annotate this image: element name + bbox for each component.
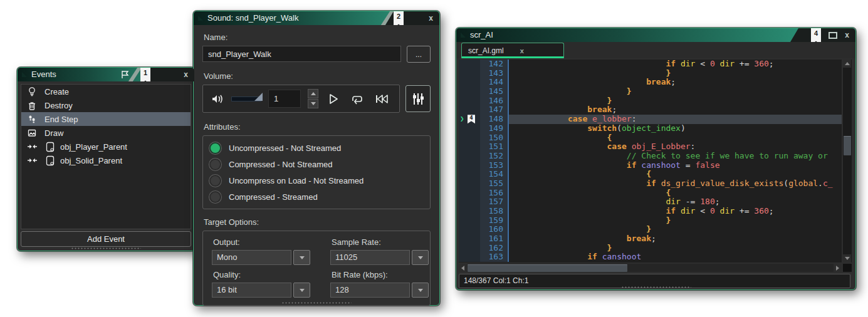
- browse-button[interactable]: ...: [407, 46, 431, 63]
- gutter-margin[interactable]: [459, 161, 480, 170]
- scroll-up-button[interactable]: [843, 60, 851, 68]
- code-text[interactable]: case e_lobber:: [509, 115, 842, 124]
- radio-button[interactable]: [209, 175, 221, 187]
- dropdown-value[interactable]: 11025: [330, 250, 410, 265]
- code-line-155[interactable]: 155 if ds_grid_value_disk_exists(global.…: [459, 179, 842, 189]
- gutter-margin[interactable]: [459, 133, 480, 143]
- event-row-draw[interactable]: Draw: [21, 126, 191, 140]
- collapse-icon[interactable]: [198, 16, 203, 21]
- gutter-margin[interactable]: ❯4: [459, 115, 480, 124]
- mixer-button[interactable]: [405, 85, 431, 112]
- code-line-142[interactable]: 142 if dir < 0 dir += 360;: [459, 60, 842, 69]
- code-text[interactable]: }: [509, 96, 842, 106]
- code-line-154[interactable]: 154 {: [459, 170, 842, 179]
- radio-button[interactable]: [209, 142, 221, 154]
- line-number[interactable]: 160: [480, 225, 509, 234]
- sample-rate-dropdown[interactable]: 11025: [330, 250, 429, 265]
- line-number[interactable]: 146: [480, 96, 509, 106]
- vertical-scroll-thumb[interactable]: [844, 136, 851, 155]
- workspace-bookmark-1[interactable]: 1: [140, 68, 150, 81]
- line-number[interactable]: 155: [480, 179, 509, 189]
- line-number[interactable]: 154: [480, 170, 509, 179]
- quality-dropdown[interactable]: 16 bit: [212, 283, 310, 298]
- stepper-down-button[interactable]: [308, 99, 318, 108]
- code-line-158[interactable]: 158 if dir < 0 dir += 360;: [459, 207, 842, 216]
- code-text[interactable]: }: [509, 225, 842, 234]
- scroll-left-button[interactable]: [459, 264, 467, 272]
- code-line-157[interactable]: 157 dir -= 180;: [459, 197, 842, 207]
- rewind-button[interactable]: [374, 93, 389, 105]
- line-number[interactable]: 145: [480, 87, 509, 96]
- gutter-margin[interactable]: [459, 207, 480, 216]
- code-line-160[interactable]: 160 }: [459, 225, 842, 234]
- collapse-icon[interactable]: [461, 33, 466, 38]
- line-number[interactable]: 163: [480, 252, 509, 262]
- code-line-147[interactable]: 147 break;: [459, 105, 842, 115]
- event-row-obj-solid-parent[interactable]: obj_Solid_Parent: [21, 153, 191, 167]
- code-text[interactable]: if canshoot: [509, 252, 842, 262]
- code-text[interactable]: if canshoot = false: [509, 161, 842, 170]
- code-line-161[interactable]: 161 break;: [459, 234, 842, 244]
- code-text[interactable]: // Check to see if we have to run away o…: [509, 152, 842, 161]
- event-row-end-step[interactable]: End Step: [21, 112, 191, 126]
- gutter-margin[interactable]: [459, 105, 480, 115]
- gutter-margin[interactable]: [459, 87, 480, 96]
- code-titlebar[interactable]: scr_AI 4 x: [456, 28, 855, 42]
- code-line-156[interactable]: 156 {: [459, 189, 842, 198]
- workspace-bookmark-4[interactable]: 4: [811, 28, 821, 42]
- code-text[interactable]: }: [509, 87, 842, 96]
- dropdown-button[interactable]: [293, 283, 310, 298]
- dropdown-value[interactable]: 16 bit: [212, 283, 291, 298]
- code-text[interactable]: }: [509, 244, 842, 253]
- line-number[interactable]: 162: [480, 244, 509, 253]
- code-text[interactable]: if dir < 0 dir += 360;: [509, 207, 842, 216]
- line-number[interactable]: 161: [480, 234, 509, 244]
- code-text[interactable]: dir -= 180;: [509, 197, 842, 207]
- code-line-145[interactable]: 145 }: [459, 87, 842, 96]
- line-number[interactable]: 157: [480, 197, 509, 207]
- horizontal-scrollbar[interactable]: [459, 264, 842, 272]
- loop-button[interactable]: [350, 93, 363, 105]
- bit-rate-kbps-dropdown[interactable]: 128: [330, 283, 429, 298]
- add-event-button[interactable]: Add Event: [21, 231, 191, 247]
- events-titlebar[interactable]: Events 1 x: [18, 68, 194, 81]
- event-row-create[interactable]: Create: [21, 85, 191, 98]
- gutter-margin[interactable]: [459, 69, 480, 78]
- code-line-144[interactable]: 144 break;: [459, 78, 842, 87]
- line-number[interactable]: 149: [480, 124, 509, 133]
- line-number[interactable]: 144: [480, 78, 509, 87]
- tab-close-icon[interactable]: x: [520, 47, 524, 55]
- resize-grip[interactable]: [71, 247, 141, 250]
- scroll-right-button[interactable]: [834, 264, 842, 272]
- code-text[interactable]: {: [509, 189, 842, 198]
- line-number[interactable]: 151: [480, 142, 509, 152]
- gutter-margin[interactable]: [459, 96, 480, 106]
- line-number[interactable]: 156: [480, 189, 509, 198]
- sound-name-input[interactable]: [202, 46, 401, 62]
- gutter-margin[interactable]: [459, 189, 480, 198]
- flag-icon[interactable]: [120, 70, 130, 80]
- collapse-icon[interactable]: [22, 72, 27, 77]
- code-line-143[interactable]: 143 }: [459, 69, 842, 78]
- gutter-margin[interactable]: [459, 170, 480, 179]
- code-editor[interactable]: 142 if dir < 0 dir += 360;143 }144 break…: [459, 60, 842, 262]
- line-number[interactable]: 159: [480, 216, 509, 226]
- gutter-margin[interactable]: [459, 234, 480, 244]
- gutter-margin[interactable]: [459, 244, 480, 253]
- code-line-159[interactable]: 159 }: [459, 216, 842, 226]
- play-button[interactable]: [328, 93, 339, 105]
- code-text[interactable]: case obj_E_Lobber:: [509, 142, 842, 152]
- dropdown-value[interactable]: Mono: [212, 250, 291, 265]
- attribute-option[interactable]: Compressed - Streamed: [209, 189, 424, 205]
- gutter-margin[interactable]: [459, 252, 480, 262]
- volume-slider[interactable]: [231, 96, 261, 101]
- line-number[interactable]: 147: [480, 105, 509, 115]
- scroll-down-button[interactable]: [843, 254, 851, 262]
- horizontal-scroll-thumb[interactable]: [468, 264, 627, 272]
- line-number[interactable]: 143: [480, 69, 509, 78]
- line-number[interactable]: 152: [480, 152, 509, 161]
- gutter-margin[interactable]: [459, 225, 480, 234]
- line-bookmark-icon[interactable]: 4: [468, 115, 475, 123]
- resize-grip[interactable]: [621, 286, 691, 289]
- code-line-148[interactable]: ❯4148 case e_lobber:: [459, 115, 842, 124]
